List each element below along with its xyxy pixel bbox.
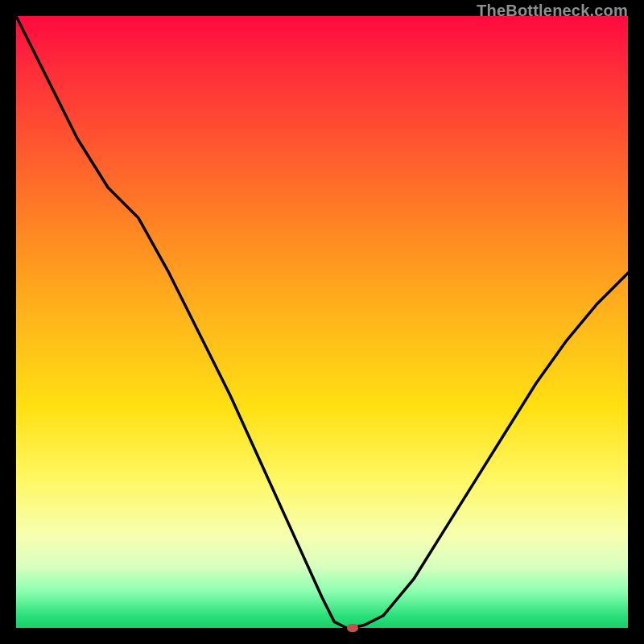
- optimal-point-marker: [347, 624, 358, 632]
- chart-frame: TheBottleneck.com: [0, 0, 644, 644]
- plot-area: [16, 16, 628, 628]
- bottleneck-curve: [16, 16, 628, 628]
- curve-path: [16, 16, 628, 628]
